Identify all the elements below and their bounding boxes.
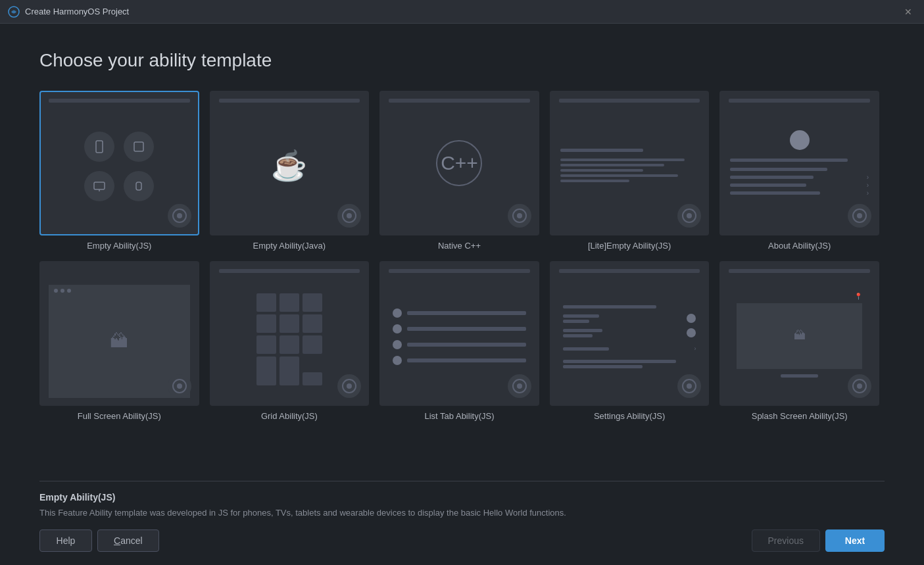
template-card-settings[interactable]: › Settings Ability(JS) bbox=[550, 261, 710, 421]
card-topbar-java bbox=[219, 99, 360, 103]
group-icon-lite bbox=[682, 209, 696, 223]
about-line-1 bbox=[730, 159, 848, 162]
grid-cell-tall bbox=[280, 356, 299, 385]
title-bar-left: Create HarmonyOS Project bbox=[8, 6, 129, 18]
card-topbar-settings bbox=[559, 269, 700, 273]
template-card-listtab[interactable]: List Tab Ability(JS) bbox=[379, 261, 539, 421]
next-button[interactable]: Next bbox=[825, 529, 885, 552]
svg-rect-1 bbox=[96, 141, 103, 153]
grid-cell bbox=[303, 372, 322, 385]
template-label-empty-ability-js: Empty Ability(JS) bbox=[87, 241, 151, 251]
lite-line-3 bbox=[560, 169, 643, 172]
svg-rect-5 bbox=[136, 182, 141, 190]
lite-line-2 bbox=[560, 164, 664, 166]
group-badge-about bbox=[848, 204, 871, 228]
settings-short-line bbox=[563, 314, 599, 318]
ea-js-icons bbox=[84, 132, 154, 201]
card-topbar-lite bbox=[559, 99, 700, 103]
settings-short-line-3 bbox=[563, 334, 593, 337]
settings-short-line bbox=[563, 320, 589, 323]
about-profile: › › › bbox=[721, 124, 878, 203]
settings-top-bar bbox=[563, 305, 656, 308]
settings-row-2 bbox=[563, 328, 696, 337]
card-topbar-cpp bbox=[389, 99, 530, 103]
template-label-empty-ability-java: Empty Ability(Java) bbox=[253, 241, 326, 251]
group-icon-splash bbox=[852, 379, 867, 393]
template-label-splash: Splash Screen Ability(JS) bbox=[752, 411, 848, 421]
settings-bottom bbox=[563, 360, 696, 368]
grid-cell bbox=[303, 293, 322, 312]
about-chevron-icon-3: › bbox=[867, 189, 869, 197]
template-label-about: About Ability(JS) bbox=[768, 241, 831, 251]
watch-icon bbox=[124, 171, 154, 201]
list-dot bbox=[393, 340, 402, 349]
list-line-short bbox=[407, 358, 526, 362]
card-img-lite bbox=[550, 91, 710, 235]
group-badge-java bbox=[337, 204, 361, 228]
template-card-full-screen[interactable]: 🏔 Full Screen Ability(JS) bbox=[39, 261, 199, 421]
help-button[interactable]: Help bbox=[39, 529, 92, 552]
dot-1 bbox=[54, 289, 58, 293]
group-badge-cpp bbox=[508, 204, 531, 228]
list-row-2 bbox=[393, 324, 526, 333]
template-label-native-cpp: Native C++ bbox=[438, 241, 481, 251]
lite-inner bbox=[551, 142, 708, 190]
about-line-5 bbox=[730, 191, 820, 195]
template-card-lite-empty-ability-js[interactable]: [Lite]Empty Ability(JS) bbox=[550, 91, 710, 251]
card-img-about: › › › bbox=[719, 91, 879, 235]
group-icon-listtab bbox=[512, 379, 527, 393]
bottom-right-buttons: Previous Next bbox=[752, 529, 885, 552]
list-line bbox=[407, 327, 526, 331]
list-line bbox=[407, 311, 526, 315]
about-line-2 bbox=[730, 168, 827, 171]
cpp-icon: C++ bbox=[436, 140, 482, 186]
grid-cell bbox=[280, 335, 299, 354]
harmonyos-logo-icon bbox=[8, 6, 20, 18]
card-topbar bbox=[49, 99, 190, 103]
template-label-settings: Settings Ability(JS) bbox=[594, 411, 665, 421]
main-content: Choose your ability template bbox=[0, 24, 924, 565]
dot-2 bbox=[61, 289, 64, 293]
group-icon-settings bbox=[682, 379, 696, 393]
fullscreen-img-icon: 🏔 bbox=[110, 330, 128, 352]
close-button[interactable]: ✕ bbox=[900, 4, 916, 20]
list-dot bbox=[393, 308, 402, 318]
grid-cell bbox=[280, 293, 299, 312]
settings-short-line-6 bbox=[563, 365, 643, 368]
template-card-splash[interactable]: 🏔 📍 Splash Screen Ability(JS) bbox=[719, 261, 879, 421]
lite-line-5 bbox=[560, 180, 629, 182]
list-row-4 bbox=[393, 356, 526, 365]
grid-inner bbox=[256, 293, 322, 385]
template-card-empty-ability-java[interactable]: ☕ Empty Ability(Java) bbox=[210, 91, 370, 251]
template-card-about-ability-js[interactable]: › › › About Ab bbox=[719, 91, 879, 251]
group-icon-fullscreen bbox=[172, 379, 187, 393]
template-card-empty-ability-js[interactable]: Empty Ability(JS) bbox=[39, 91, 199, 251]
group-icon-java bbox=[342, 209, 356, 223]
tv-icon bbox=[84, 171, 114, 201]
card-topbar-about bbox=[729, 99, 870, 103]
description-text: This Feature Ability template was develo… bbox=[39, 506, 885, 520]
splash-content: 🏔 📍 bbox=[737, 290, 862, 389]
group-badge-lite bbox=[677, 204, 701, 228]
settings-chevron-icon: › bbox=[694, 345, 696, 352]
cancel-button[interactable]: Cancel bbox=[97, 529, 159, 552]
grid-cell bbox=[303, 335, 322, 354]
title-bar: Create HarmonyOS Project ✕ bbox=[0, 0, 924, 24]
group-icon-grid bbox=[342, 379, 356, 393]
splash-bottom-indicator bbox=[781, 374, 818, 378]
grid-cell bbox=[256, 314, 276, 333]
previous-button[interactable]: Previous bbox=[752, 529, 820, 552]
page-title: Choose your ability template bbox=[39, 50, 885, 71]
template-label-grid: Grid Ability(JS) bbox=[261, 411, 318, 421]
list-dot bbox=[393, 356, 402, 365]
about-line-3 bbox=[730, 176, 813, 179]
list-row-1 bbox=[393, 308, 526, 318]
template-grid: Empty Ability(JS) ☕ Empty Ability(Java) … bbox=[39, 91, 879, 421]
template-card-native-cpp[interactable]: C++ Native C++ bbox=[379, 91, 539, 251]
description-title: Empty Ability(JS) bbox=[39, 492, 885, 503]
template-card-grid[interactable]: Grid Ability(JS) bbox=[210, 261, 370, 421]
settings-short-line-2 bbox=[563, 329, 602, 332]
card-img-settings: › bbox=[550, 261, 710, 406]
card-topbar-grid bbox=[219, 269, 360, 273]
settings-row-left bbox=[563, 314, 599, 323]
